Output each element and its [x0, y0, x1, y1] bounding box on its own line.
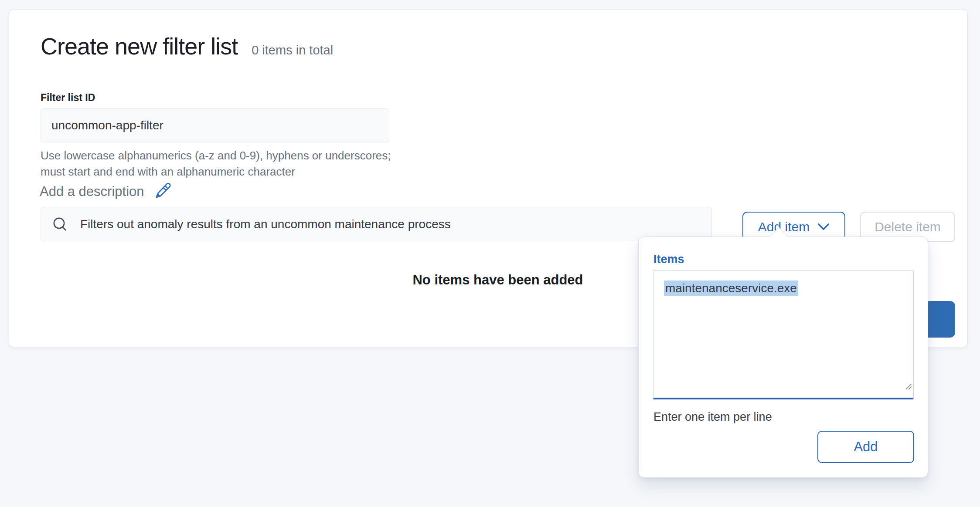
add-item-popover: Items maintenanceservice.exe Enter one i…: [638, 237, 928, 478]
search-icon: [51, 216, 69, 233]
add-button[interactable]: Add: [817, 431, 914, 463]
resize-handle-icon[interactable]: [903, 377, 912, 395]
search-bar[interactable]: [41, 207, 712, 241]
page-title: Create new filter list: [41, 33, 238, 60]
textarea-selected-text: maintenanceservice.exe: [664, 281, 798, 296]
filter-list-id-input[interactable]: [41, 108, 389, 142]
items-label: Items: [653, 253, 684, 266]
add-description-label: Add a description: [40, 184, 144, 199]
items-textarea[interactable]: maintenanceservice.exe: [653, 270, 914, 399]
pencil-icon: [154, 182, 172, 202]
chevron-down-icon: [817, 223, 830, 231]
delete-item-button-label: Delete item: [875, 220, 941, 234]
items-total-count: 0 items in total: [252, 43, 333, 57]
add-button-label: Add: [854, 439, 878, 455]
search-input[interactable]: [80, 207, 711, 241]
screen: Create new filter list 0 items in total …: [0, 0, 980, 507]
filter-list-id-help: Use lowercase alphanumerics (a-z and 0-9…: [41, 148, 407, 180]
items-help-text: Enter one item per line: [653, 410, 772, 424]
add-description-link[interactable]: Add a description: [40, 182, 172, 202]
title-row: Create new filter list 0 items in total: [41, 33, 333, 60]
filter-list-id-label: Filter list ID: [41, 92, 95, 104]
